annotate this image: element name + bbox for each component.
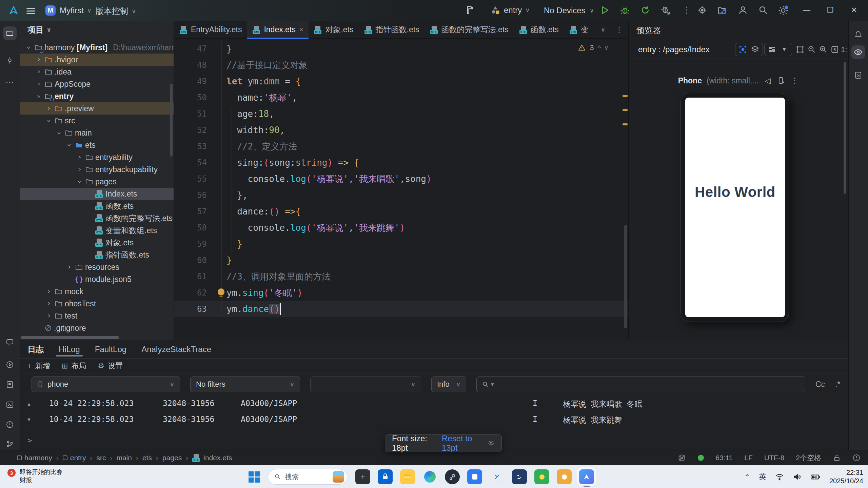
analysis-ok-dot[interactable] — [698, 455, 704, 461]
breadcrumb-Indexets[interactable]: ETSIndex.ets — [192, 454, 232, 462]
tree-vertical-scrollbar[interactable] — [170, 84, 173, 157]
inspection-widget[interactable]: 3 ^∨ — [578, 43, 612, 52]
breadcrumb[interactable]: harmony›entry›src›main›ets›pages›ETSInde… — [17, 454, 232, 462]
todo-tool-icon[interactable] — [3, 378, 17, 391]
tree-row-modulejson5[interactable]: { }module.json5 — [20, 273, 174, 285]
settings-gear-icon[interactable] — [778, 5, 789, 16]
regex-toggle[interactable]: .* — [835, 380, 840, 389]
phone-screen[interactable]: Hello World — [685, 98, 785, 317]
build-hammer-icon[interactable] — [464, 5, 475, 16]
tree-horizontal-scrollbar[interactable] — [21, 336, 119, 339]
tree-row-entry[interactable]: entry — [20, 90, 174, 102]
warning-stripe[interactable] — [623, 95, 628, 97]
tree-row-mock[interactable]: mock — [20, 285, 174, 298]
tree-row-变量和数组ets[interactable]: ETS变量和数组.ets — [20, 224, 174, 237]
gallery-tab-icon[interactable]: G — [851, 68, 865, 82]
tree-chevron-icon[interactable] — [35, 68, 42, 76]
services-run-icon[interactable] — [3, 358, 17, 371]
breadcrumb-ets[interactable]: ets — [142, 454, 152, 462]
git-tool-icon[interactable] — [3, 437, 17, 451]
tree-row-preview[interactable]: .preview — [20, 102, 174, 115]
log-tab-analyzestacktrace[interactable]: AnalyzeStackTrace — [141, 340, 211, 359]
caret-position[interactable]: 63:11 — [715, 454, 733, 462]
code-line-57[interactable]: 57 dance:() =>{ — [174, 203, 628, 220]
battery-icon[interactable] — [810, 472, 821, 481]
tree-row-entryability[interactable]: entryability — [20, 151, 174, 163]
taskbar-app-edge-browser[interactable] — [422, 469, 437, 484]
start-button[interactable] — [249, 471, 260, 483]
grid-view-icon[interactable] — [768, 45, 776, 54]
frame-icon[interactable] — [796, 45, 805, 54]
breadcrumb-harmony[interactable]: harmony — [17, 454, 52, 462]
tree-row-main[interactable]: main — [20, 127, 174, 139]
warning-stripe[interactable] — [623, 123, 628, 125]
more-tools-icon[interactable]: ⋯ — [3, 75, 17, 89]
code-line-59[interactable]: 59 } — [174, 236, 628, 252]
match-case-toggle[interactable]: Cc — [815, 380, 825, 389]
empty-dropdown[interactable]: ∨ — [310, 377, 421, 392]
main-menu-icon[interactable] — [26, 6, 35, 16]
tab-变[interactable]: ETS变 — [564, 21, 594, 39]
code-line-56[interactable]: 56 }, — [174, 187, 628, 203]
event-log-icon[interactable] — [852, 454, 861, 462]
tree-row-idea[interactable]: .idea — [20, 66, 174, 78]
taskbar-app-microsoft-store[interactable] — [378, 469, 393, 484]
tree-row-函数的完整写法ets[interactable]: ETS函数的完整写法.ets — [20, 212, 174, 224]
code-line-49[interactable]: 49let ym:dmm = { — [174, 73, 628, 89]
breadcrumb-pages[interactable]: pages — [162, 454, 182, 462]
tree-row-src[interactable]: src — [20, 115, 174, 127]
project-switcher[interactable]: Myfirst∨ — [60, 6, 92, 15]
tree-row-Indexets[interactable]: ETSIndex.ets — [20, 188, 174, 200]
run-button[interactable] — [599, 5, 610, 15]
tree-chevron-icon[interactable] — [45, 105, 53, 112]
breadcrumb-src[interactable]: src — [96, 454, 106, 462]
previewer-tab-icon[interactable] — [851, 45, 865, 59]
code-line-60[interactable]: 60} — [174, 252, 628, 268]
tree-row-entrybackupability[interactable]: entrybackupability — [20, 163, 174, 176]
terminal-tool-icon[interactable] — [3, 398, 17, 411]
problems-tool-icon[interactable] — [3, 418, 17, 431]
tree-chevron-icon[interactable] — [45, 312, 53, 320]
prev-next-warning-icons[interactable]: ^∨ — [598, 44, 612, 52]
tree-row-gitignore[interactable]: .gitignore — [20, 322, 174, 334]
tree-row-resources[interactable]: resources — [20, 261, 174, 273]
close-button[interactable]: ✕ — [846, 3, 862, 17]
filters-dropdown[interactable]: No filters∨ — [190, 377, 300, 392]
news-widget[interactable]: 3 即将开始的比赛 财报 — [7, 468, 62, 484]
taskbar-app-navy-app[interactable] — [512, 469, 527, 484]
unlock-icon[interactable] — [833, 454, 841, 462]
tree-row-函数ets[interactable]: ETS函数.ets — [20, 200, 174, 212]
log-search-input[interactable]: ▾ — [476, 377, 805, 392]
tree-chevron-icon[interactable] — [55, 129, 63, 137]
taskbar-app-orange-app[interactable] — [557, 469, 572, 484]
breadcrumb-entry[interactable]: entry — [63, 454, 86, 462]
taskbar-app-blue-app[interactable] — [467, 469, 482, 484]
search-icon[interactable] — [758, 5, 768, 15]
log-action-gear[interactable]: ⚙设置 — [98, 361, 123, 371]
highlight-off-icon[interactable] — [677, 453, 686, 462]
project-panel-header[interactable]: 项目∨ — [20, 21, 174, 39]
log-row[interactable]: 10-24 22:29:58.02332048-31956A03d00/JSAP… — [20, 415, 848, 430]
preview-scrollbar[interactable] — [844, 62, 846, 194]
tree-chevron-icon[interactable] — [45, 288, 53, 295]
tab-指针函数ets[interactable]: ETS指针函数.ets — [359, 21, 425, 39]
code-line-51[interactable]: 51 age:18, — [174, 106, 628, 122]
tabs-dropdown-icon[interactable]: ∨ — [601, 26, 605, 33]
code-line-54[interactable]: 54 sing:(song:string) => { — [174, 155, 628, 171]
tree-row-ets[interactable]: ets — [20, 139, 174, 151]
debug-button[interactable] — [620, 5, 630, 15]
log-tab-faultlog[interactable]: FaultLog — [95, 340, 126, 359]
account-icon[interactable] — [738, 5, 748, 15]
code-line-47[interactable]: 47} — [174, 41, 628, 57]
reset-font-link[interactable]: Reset to 13pt — [442, 434, 480, 453]
code-line-55[interactable]: 55 console.log('杨幂说','我来唱歌',song) — [174, 171, 628, 187]
tree-row-harmony[interactable]: harmony [Myfirst]D:\huaweixm\harmony — [20, 41, 174, 54]
tab-对象ets[interactable]: ETS对象.ets — [309, 21, 359, 39]
tab-Indexets[interactable]: ETSIndex.ets× — [247, 21, 309, 39]
font-settings-gear-icon[interactable] — [488, 439, 495, 448]
tree-row-pages[interactable]: pages — [20, 176, 174, 188]
device-filter-dropdown[interactable]: phone∨ — [32, 377, 180, 392]
code-line-61[interactable]: 61//3、调用对象里面的方法 — [174, 268, 628, 285]
editor-scrollbar[interactable] — [624, 225, 627, 328]
project-structure-icon[interactable] — [717, 5, 728, 15]
